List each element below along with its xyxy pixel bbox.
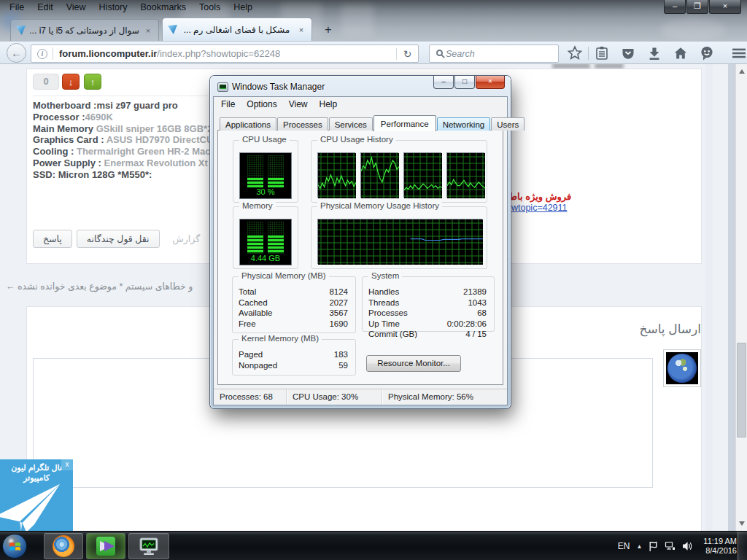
memory-history-graph — [317, 219, 482, 264]
info-row: Processes68 — [363, 308, 494, 319]
reading-list-icon[interactable] — [589, 44, 615, 63]
taskmgr-tab[interactable]: Users — [491, 117, 525, 131]
tab-close-icon[interactable]: × — [296, 26, 306, 34]
pocket-icon[interactable] — [615, 44, 641, 63]
info-row: Commit (GB)4 / 15 — [363, 330, 494, 341]
page-info-icon[interactable]: i — [37, 49, 47, 59]
bookmark-star-icon[interactable] — [562, 44, 588, 63]
taskmgr-tab[interactable]: Performance — [374, 115, 436, 131]
kmplayer-icon — [96, 537, 115, 556]
taskbar-task-manager-button[interactable] — [128, 533, 169, 559]
tray-expand-icon[interactable]: ▲ — [636, 543, 642, 550]
taskmgr-menu-item[interactable]: Options — [241, 98, 282, 111]
maximize-button[interactable]: □ — [454, 76, 475, 89]
multiquote-button[interactable]: نقل قول چندگانه — [77, 230, 160, 248]
performance-panel: CPU Usage 30 % CPU Usage History Me — [217, 130, 503, 385]
url-bar[interactable]: i forum.lioncomputer.ir/index.php?showto… — [31, 44, 419, 63]
show-desktop-button[interactable] — [738, 532, 747, 560]
page-gutter — [728, 64, 735, 531]
new-tab-button[interactable]: + — [318, 22, 338, 39]
reply-heading: ارسال پاسخ — [639, 322, 701, 337]
status-cell: CPU Usage: 30% — [287, 389, 382, 405]
search-input[interactable] — [446, 49, 558, 59]
group-caption: Memory — [239, 201, 276, 210]
vote-up-button[interactable]: ↑ — [84, 74, 101, 90]
taskbar-kmplayer-button[interactable] — [86, 533, 125, 559]
telegram-promo-popup[interactable]: x نال تلگرام لیون کامپیوتر — [0, 459, 73, 531]
network-icon[interactable] — [665, 541, 676, 551]
browser-menu-item[interactable]: Tools — [193, 1, 227, 14]
cpu-usage-gauge: 30 % — [239, 152, 292, 199]
task-manager-titlebar[interactable]: Windows Task Manager — [217, 79, 325, 94]
home-icon[interactable] — [667, 44, 694, 63]
taskbar-firefox-button[interactable] — [44, 533, 83, 559]
language-indicator[interactable]: EN — [618, 541, 630, 551]
close-button[interactable]: × — [709, 0, 741, 14]
tab-close-icon[interactable]: × — [143, 26, 153, 35]
info-row: Total8124 — [233, 287, 355, 298]
minimize-button[interactable]: – — [664, 0, 686, 14]
menu-hamburger-icon[interactable] — [726, 44, 747, 63]
volume-icon[interactable] — [682, 541, 693, 551]
taskmgr-tab[interactable]: Processes — [277, 117, 328, 131]
cpu-usage-group: CPU Usage 30 % — [233, 140, 298, 203]
minimize-button[interactable]: – — [433, 76, 454, 89]
group-caption: Physical Memory Usage History — [317, 201, 442, 210]
scrollbar-thumb[interactable] — [737, 343, 746, 438]
downloads-icon[interactable] — [641, 44, 667, 63]
back-button[interactable]: ← — [7, 43, 26, 63]
close-button[interactable]: × — [476, 76, 505, 89]
resource-monitor-button[interactable]: Resource Monitor... — [366, 355, 461, 372]
browser-menu-item[interactable]: Edit — [31, 1, 60, 14]
earth-avatar-image — [667, 354, 697, 383]
status-cell: Physical Memory: 56% — [382, 389, 507, 405]
report-link[interactable]: گزارش — [173, 233, 201, 244]
taskmgr-tab[interactable]: Networking — [437, 117, 491, 131]
action-center-flag-icon[interactable] — [649, 541, 658, 552]
site-favicon — [168, 25, 177, 34]
taskbar-clock[interactable]: 11:19 AM 8/4/2016 — [700, 537, 737, 556]
next-topic-link[interactable]: و خطاهای سیستم * موضوع بعدی خوانده نشده … — [6, 281, 193, 292]
taskmgr-menu-item[interactable]: View — [283, 98, 314, 111]
url-text[interactable]: forum.lioncomputer.ir/index.php?showtopi… — [59, 48, 396, 59]
browser-menu-item[interactable]: View — [60, 1, 93, 14]
info-row: Free1690 — [233, 319, 355, 330]
memory-value: 4.44 GB — [240, 254, 291, 265]
start-button[interactable] — [2, 534, 27, 559]
navigation-toolbar: ← i forum.lioncomputer.ir/index.php?show… — [0, 41, 747, 64]
clock-date: 8/4/2016 — [703, 546, 737, 556]
windows-logo-icon — [9, 540, 21, 553]
telegram-promo-text: نال تلگرام لیون کامپیوتر — [0, 462, 73, 483]
hello-chat-icon[interactable] — [694, 44, 720, 63]
info-row: Handles21389 — [363, 287, 494, 298]
telegram-plane-icon — [0, 481, 61, 531]
reply-button[interactable]: پاسخ — [33, 230, 72, 248]
taskmgr-menu-item[interactable]: File — [215, 98, 241, 111]
browser-menu-item[interactable]: History — [93, 1, 134, 14]
vote-down-button[interactable]: ↓ — [62, 74, 80, 90]
sale-topic-link[interactable]: owtopic=42911 — [506, 203, 568, 213]
task-manager-window[interactable]: Windows Task Manager – □ × FileOptionsVi… — [210, 76, 511, 408]
page-scrollbar[interactable] — [735, 64, 747, 531]
scroll-up-icon[interactable] — [739, 69, 745, 74]
tab-title: سوال از دوستانی که i5 یا i7 ... — [26, 26, 143, 36]
taskmgr-tab[interactable]: Services — [329, 117, 373, 131]
restore-button[interactable]: ❐ — [686, 0, 708, 14]
url-host: forum.lioncomputer.ir — [59, 48, 157, 59]
tab-title: مشکل با فضای اشغالی رم ... — [177, 25, 296, 35]
taskmgr-tab[interactable]: Applications — [220, 117, 276, 131]
scroll-down-icon[interactable] — [739, 521, 745, 526]
browser-menu-item[interactable]: Help — [227, 1, 259, 14]
info-row: Threads1043 — [363, 298, 494, 309]
browser-menu-item[interactable]: File — [3, 1, 31, 14]
divider — [53, 47, 53, 60]
status-cell: Processes: 68 — [214, 389, 287, 405]
search-bar[interactable] — [429, 44, 559, 63]
reload-icon[interactable]: ↻ — [396, 48, 418, 60]
browser-menu-item[interactable]: Bookmarks — [133, 1, 193, 14]
cpu-usage-value: 30 % — [240, 187, 291, 198]
memory-history-group: Physical Memory Usage History — [311, 206, 487, 269]
taskmgr-menu-item[interactable]: Help — [314, 98, 344, 111]
browser-tab-inactive[interactable]: سوال از دوستانی که i5 یا i7 ... × — [10, 19, 159, 41]
browser-tab-active[interactable]: مشکل با فضای اشغالی رم ... × — [162, 18, 312, 41]
